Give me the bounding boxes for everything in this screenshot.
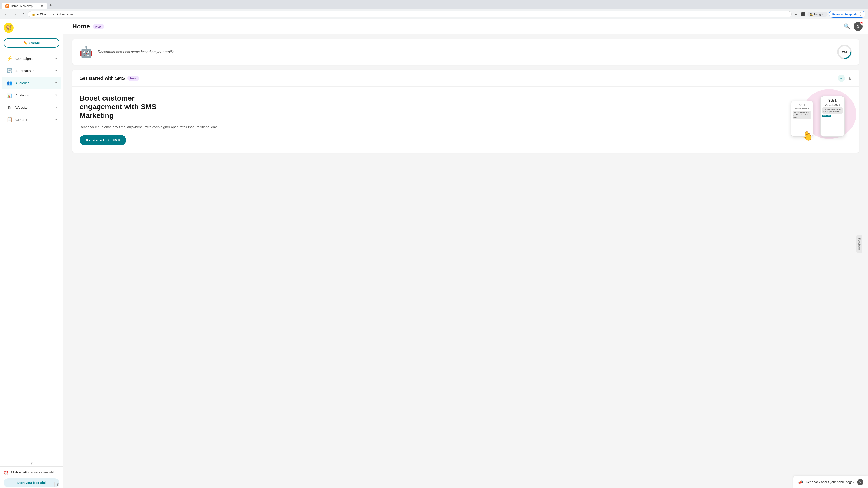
sms-section: Get started with SMS New ✓ ▲ Boost custo… — [72, 70, 859, 153]
user-avatar[interactable]: S 1 — [854, 22, 863, 31]
sms-new-badge: New — [127, 76, 139, 81]
back-button[interactable]: ← — [3, 11, 9, 18]
sidebar-header: 🐒 — [0, 19, 63, 36]
sidebar-nav: ⚡ Campaigns ▾ 🔄 Automations ▾ 👥 Audience… — [0, 51, 63, 460]
progress-circle: 2/4 — [837, 45, 852, 59]
website-icon: 🖥 — [6, 104, 13, 110]
toolbar-icons: ★ ⬛ 🕵️ Incognito Relaunch to update ⋮ — [794, 11, 865, 18]
phone-front-sms: Join our text club and get 10% off your … — [793, 111, 811, 119]
automations-icon: 🔄 — [6, 68, 13, 74]
sms-collapse-button[interactable]: ▲ — [848, 76, 852, 80]
website-arrow: ▾ — [55, 106, 57, 109]
sidebar-footer: ⏰ 89 days left to access a free trial. S… — [0, 466, 63, 488]
close-tab-button[interactable]: ✕ — [41, 4, 43, 8]
incognito-label: Incognito — [814, 13, 825, 16]
automations-label: Automations — [16, 69, 55, 73]
analytics-icon: 📊 — [6, 92, 13, 98]
progress-robot-icon: 🤖 — [80, 46, 93, 58]
app-container: 🐒 ✏️ Create ⚡ Campaigns ▾ 🔄 Automations … — [0, 19, 868, 488]
create-pencil-icon: ✏️ — [23, 41, 28, 45]
campaigns-icon: ⚡ — [6, 55, 13, 62]
create-button[interactable]: ✏️ Create — [4, 38, 59, 48]
search-button[interactable]: 🔍 — [844, 24, 850, 29]
trial-clock-icon: ⏰ — [4, 470, 8, 476]
feedback-megaphone-icon: 📣 — [798, 480, 804, 485]
sms-cta-button[interactable]: Get started with SMS — [80, 135, 126, 145]
content-icon: 📋 — [6, 116, 13, 123]
content-area: 🤖 Recommended next steps based on your p… — [63, 34, 868, 158]
feedback-text: Feedback about your home page? — [806, 480, 855, 484]
sms-text-content: Boost customer engagement with SMS Marke… — [80, 94, 779, 145]
website-label: Website — [16, 105, 55, 109]
main-content: Home New 🔍 S 1 🤖 Recommended next steps … — [63, 19, 868, 488]
start-trial-button[interactable]: Start your free trial — [4, 478, 59, 487]
app-header: Home New 🔍 S 1 — [63, 19, 868, 34]
notification-badge: 1 — [860, 22, 863, 25]
incognito-indicator: 🕵️ Incognito — [807, 12, 828, 17]
sms-section-header: Get started with SMS New ✓ ▲ — [72, 70, 859, 87]
phone-shop-btn[interactable]: Shop Now — [822, 115, 831, 117]
phone-sms-bubble: Join our text club and get 10% off your … — [822, 107, 843, 113]
sidebar: 🐒 ✏️ Create ⚡ Campaigns ▾ 🔄 Automations … — [0, 19, 63, 488]
content-label: Content — [16, 118, 55, 122]
header-right: 🔍 S 1 — [844, 22, 863, 31]
mailchimp-logo: 🐒 — [4, 23, 13, 33]
phone-front-date: Wednesday, May 8 — [791, 108, 813, 109]
analytics-arrow: ▾ — [55, 94, 57, 97]
refresh-button[interactable]: ↺ — [20, 11, 26, 18]
sidebar-item-campaigns[interactable]: ⚡ Campaigns ▾ — [2, 53, 61, 64]
incognito-icon: 🕵️ — [810, 13, 813, 16]
url-text: us21.admin.mailchimp.com — [37, 12, 73, 16]
audience-icon: 👥 — [6, 80, 13, 86]
sms-header-actions: ✓ ▲ — [838, 74, 852, 82]
phone-mockup: 3:51 Wednesday, May 8 Join our text club… — [788, 94, 852, 139]
bookmark-button[interactable]: ★ — [794, 11, 798, 17]
sidebar-item-audience[interactable]: 👥 Audience ▾ — [2, 77, 61, 89]
address-bar[interactable]: 🔒 us21.admin.mailchimp.com — [28, 11, 792, 17]
active-tab[interactable]: M Home | Mailchimp ✕ — [2, 3, 47, 9]
sidebar-item-website[interactable]: 🖥 Website ▾ — [2, 101, 61, 113]
campaigns-label: Campaigns — [16, 57, 55, 61]
relaunch-button[interactable]: Relaunch to update ⋮ — [829, 11, 865, 18]
feedback-help-button[interactable]: ? — [857, 479, 864, 485]
sidebar-item-analytics[interactable]: 📊 Analytics ▾ — [2, 89, 61, 101]
relaunch-menu-dots: ⋮ — [858, 12, 862, 16]
phone-outer-mockup: 3:51 Wednesday, May 8 Join our text club… — [820, 96, 845, 137]
user-initial: S — [857, 24, 860, 29]
page-title: Home — [72, 23, 90, 30]
sidebar-item-content[interactable]: 📋 Content ▾ — [2, 113, 61, 125]
new-tab-button[interactable]: + — [47, 2, 54, 9]
tab-title: Home | Mailchimp — [11, 4, 33, 8]
extension-button[interactable]: ⬛ — [800, 11, 806, 17]
lock-icon: 🔒 — [32, 12, 35, 16]
feedback-side-tab[interactable]: Feedback — [857, 235, 862, 253]
scroll-hint: ▾ — [0, 460, 63, 466]
progress-text: Recommended next steps based on your pro… — [98, 50, 833, 54]
phone-time: 3:51 — [820, 96, 844, 104]
sms-description: Reach your audience any time, anywhere—w… — [80, 124, 779, 130]
tab-favicon: M — [5, 4, 9, 8]
audience-arrow: ▾ — [55, 81, 57, 85]
browser-toolbar: ← → ↺ 🔒 us21.admin.mailchimp.com ★ ⬛ 🕵️ … — [0, 9, 868, 19]
sms-check-icon: ✓ — [838, 74, 845, 82]
analytics-label: Analytics — [16, 93, 55, 97]
sms-title: Get started with SMS — [80, 76, 125, 81]
sidebar-collapse-button[interactable]: ◧ — [55, 482, 61, 487]
phone-date: Wednesday, May 8 — [820, 104, 844, 106]
phone-sms-text: Join our text club and get 10% off your … — [823, 108, 841, 112]
content-arrow: ▾ — [55, 118, 57, 121]
sidebar-item-automations[interactable]: 🔄 Automations ▾ — [2, 65, 61, 76]
logo-icon: 🐒 — [5, 25, 12, 31]
tab-bar: M Home | Mailchimp ✕ + — [0, 0, 868, 9]
progress-label: 2/4 — [839, 46, 850, 58]
page-title-area: Home New — [63, 23, 104, 30]
sms-body: Boost customer engagement with SMS Marke… — [72, 87, 859, 153]
trial-suffix: to access a free trial. — [28, 470, 55, 474]
audience-label: Audience — [16, 81, 55, 85]
forward-button[interactable]: → — [11, 11, 18, 18]
phone-front-sms-text: Join our text club and get 10% off your … — [794, 112, 809, 118]
new-badge: New — [93, 24, 104, 29]
trial-text: 89 days left to access a free trial. — [11, 470, 55, 475]
automations-arrow: ▾ — [55, 69, 57, 72]
progress-card: 🤖 Recommended next steps based on your p… — [72, 39, 859, 65]
